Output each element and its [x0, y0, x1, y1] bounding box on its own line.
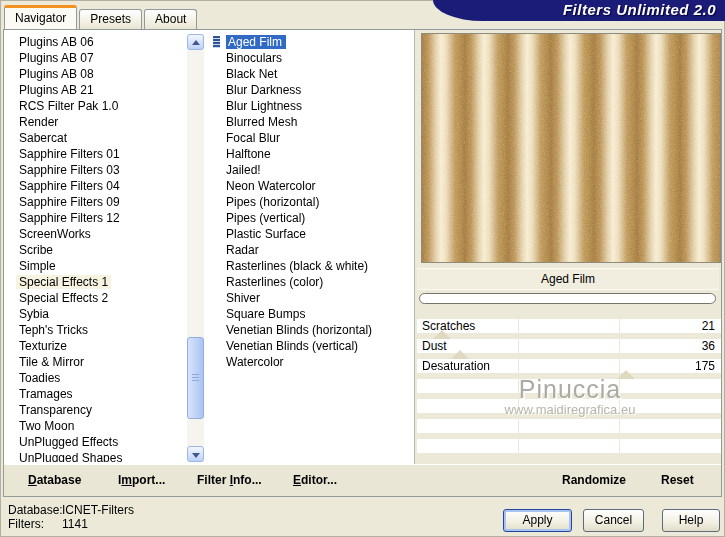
category-item[interactable]: Teph's Tricks	[7, 322, 186, 338]
category-item-label: Texturize	[19, 339, 67, 353]
category-item[interactable]: Sapphire Filters 04	[7, 178, 186, 194]
category-item[interactable]: Transparency	[7, 402, 186, 418]
filter-item-label: Watercolor	[226, 355, 284, 369]
status-filters-value: 1141	[62, 517, 88, 531]
category-item-label: Tramages	[19, 387, 73, 401]
category-item[interactable]: Simple	[7, 258, 186, 274]
filter-item[interactable]: Aged Film	[210, 34, 413, 50]
category-item[interactable]: Tile & Mirror	[7, 354, 186, 370]
slider-track[interactable]: Scratches21	[417, 319, 721, 333]
category-item[interactable]: UnPlugged Shapes	[7, 450, 186, 462]
category-item-label: Render	[19, 115, 58, 129]
slider-label: Dust	[422, 339, 447, 353]
randomize-button[interactable]: Randomize	[562, 465, 626, 495]
slider-track-empty[interactable]	[417, 419, 721, 433]
preview-image[interactable]	[421, 33, 721, 263]
filter-item[interactable]: Rasterlines (color)	[210, 274, 413, 290]
filter-item[interactable]: Venetian Blinds (vertical)	[210, 338, 413, 354]
category-item[interactable]: Sapphire Filters 01	[7, 146, 186, 162]
category-item[interactable]: Tramages	[7, 386, 186, 402]
reset-button[interactable]: Reset	[661, 465, 694, 495]
apply-button[interactable]: Apply	[503, 509, 572, 532]
tab-navigator[interactable]: Navigator	[4, 5, 77, 29]
filter-item-label: Blur Darkness	[226, 83, 301, 97]
filter-item[interactable]: Shiver	[210, 290, 413, 306]
category-item[interactable]: ScreenWorks	[7, 226, 186, 242]
category-item[interactable]: Special Effects 1	[7, 274, 186, 290]
menu-filter-info[interactable]: Filter Info...	[197, 465, 262, 495]
category-item-label: Transparency	[19, 403, 92, 417]
filter-item-label: Square Bumps	[226, 307, 305, 321]
category-item[interactable]: Plugins AB 07	[7, 50, 186, 66]
filter-item[interactable]: Pipes (vertical)	[210, 210, 413, 226]
category-item[interactable]: Plugins AB 08	[7, 66, 186, 82]
category-item-label: Teph's Tricks	[19, 323, 88, 337]
scroll-down-icon[interactable]	[187, 446, 204, 462]
category-item[interactable]: Sybia	[7, 306, 186, 322]
filter-item[interactable]: Blurred Mesh	[210, 114, 413, 130]
category-list: Plugins AB 06Plugins AB 07Plugins AB 08P…	[7, 34, 186, 462]
category-item[interactable]: Special Effects 2	[7, 290, 186, 306]
category-item[interactable]: RCS Filter Pak 1.0	[7, 98, 186, 114]
filter-item[interactable]: Watercolor	[210, 354, 413, 370]
menu-database[interactable]: Database	[28, 465, 81, 495]
filter-item[interactable]: Jailed!	[210, 162, 413, 178]
filter-item[interactable]: Pipes (horizontal)	[210, 194, 413, 210]
slider-track[interactable]: Desaturation175	[417, 359, 721, 373]
filter-item[interactable]: Halftone	[210, 146, 413, 162]
scroll-up-icon[interactable]	[187, 34, 204, 50]
slider-value: 21	[702, 319, 715, 333]
filter-item-icon	[213, 36, 220, 48]
filter-item[interactable]: Binoculars	[210, 50, 413, 66]
tab-about[interactable]: About	[144, 9, 197, 29]
slider-thumb[interactable]	[451, 350, 469, 359]
filter-item-label: Halftone	[226, 147, 271, 161]
scrollbar-thumb[interactable]	[187, 337, 204, 419]
tab-presets[interactable]: Presets	[79, 9, 142, 29]
filter-item[interactable]: Plastic Surface	[210, 226, 413, 242]
category-item[interactable]: Render	[7, 114, 186, 130]
help-button[interactable]: Help	[662, 509, 720, 532]
category-item-label: Scribe	[19, 243, 53, 257]
filter-item[interactable]: Square Bumps	[210, 306, 413, 322]
category-item[interactable]: Texturize	[7, 338, 186, 354]
slider-value: 175	[695, 359, 715, 373]
status-filters-label: Filters:	[8, 517, 44, 531]
category-item[interactable]: Plugins AB 21	[7, 82, 186, 98]
filter-item[interactable]: Radar	[210, 242, 413, 258]
slider-thumb[interactable]	[433, 330, 451, 339]
category-item[interactable]: Sapphire Filters 12	[7, 210, 186, 226]
category-item[interactable]: Scribe	[7, 242, 186, 258]
category-item[interactable]: Plugins AB 06	[7, 34, 186, 50]
filter-item[interactable]: Blur Lightness	[210, 98, 413, 114]
filter-item[interactable]: Blur Darkness	[210, 82, 413, 98]
category-item-label: UnPlugged Effects	[19, 435, 118, 449]
filter-item[interactable]: Neon Watercolor	[210, 178, 413, 194]
filter-item[interactable]: Rasterlines (black & white)	[210, 258, 413, 274]
category-item[interactable]: Sabercat	[7, 130, 186, 146]
category-item-label: Special Effects 1	[16, 275, 111, 289]
title-banner: Filters Unlimited 2.0	[433, 0, 725, 21]
slider-track-empty[interactable]	[417, 439, 721, 453]
category-item[interactable]: Sapphire Filters 03	[7, 162, 186, 178]
arrow-down-icon	[192, 453, 200, 458]
filter-item-label: Neon Watercolor	[226, 179, 316, 193]
filter-item[interactable]: Black Net	[210, 66, 413, 82]
category-item[interactable]: UnPlugged Effects	[7, 434, 186, 450]
category-scrollbar[interactable]	[187, 34, 204, 462]
filter-item-label: Aged Film	[226, 35, 286, 49]
category-item-label: Tile & Mirror	[19, 355, 84, 369]
filter-item[interactable]: Focal Blur	[210, 130, 413, 146]
menu-editor[interactable]: Editor...	[293, 465, 337, 495]
status-database-value: ICNET-Filters	[62, 503, 134, 517]
slider-thumb[interactable]	[617, 370, 635, 379]
category-item[interactable]: Two Moon	[7, 418, 186, 434]
watermark-site: www.maidiregrafica.eu	[445, 402, 695, 417]
filter-item[interactable]: Venetian Blinds (horizontal)	[210, 322, 413, 338]
category-item[interactable]: Sapphire Filters 09	[7, 194, 186, 210]
slider-value: 36	[702, 339, 715, 353]
cancel-button[interactable]: Cancel	[583, 509, 644, 532]
menu-import[interactable]: Import...	[118, 465, 165, 495]
category-item[interactable]: Toadies	[7, 370, 186, 386]
category-item-label: Special Effects 2	[19, 291, 108, 305]
